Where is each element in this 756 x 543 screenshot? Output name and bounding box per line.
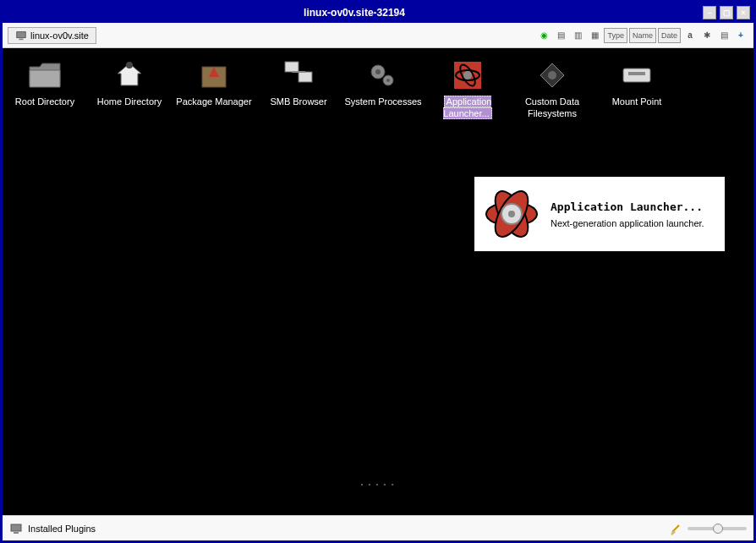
icon-package-manager[interactable]: Package Manager bbox=[172, 55, 256, 123]
svg-point-10 bbox=[386, 79, 390, 82]
icon-label: Application Launcher... bbox=[443, 96, 491, 119]
close-button[interactable]: × bbox=[737, 6, 750, 19]
computer-icon bbox=[15, 30, 27, 41]
package-icon bbox=[199, 60, 229, 90]
icon-label: Home Directory bbox=[90, 96, 168, 107]
tooltip-description: Next-generation application launcher. bbox=[551, 218, 704, 228]
atom-icon bbox=[452, 60, 483, 90]
diamond-icon bbox=[537, 60, 567, 90]
tooltip: Application Launcher... Next-generation … bbox=[473, 175, 726, 253]
icon-system-processes[interactable]: System Processes bbox=[341, 55, 425, 123]
icon-label: Package Manager bbox=[175, 96, 253, 107]
svg-point-14 bbox=[463, 71, 472, 80]
svg-point-2 bbox=[126, 62, 133, 69]
icon-label: Mount Point bbox=[598, 96, 676, 107]
zoom-slider[interactable] bbox=[688, 527, 747, 530]
status-label: Installed Plugins bbox=[28, 524, 96, 534]
date-sort-button[interactable]: Date bbox=[658, 28, 681, 43]
svg-rect-1 bbox=[19, 38, 23, 40]
folder-icon bbox=[28, 62, 62, 89]
icon-application-launcher[interactable]: Application Launcher... bbox=[425, 55, 510, 123]
icon-mount-point[interactable]: Mount Point bbox=[594, 55, 679, 123]
icon-label: Custom Data Filesystems bbox=[513, 96, 591, 120]
svg-rect-5 bbox=[299, 72, 312, 82]
doc3-icon[interactable]: ▦ bbox=[587, 28, 602, 43]
font-icon[interactable]: a bbox=[682, 28, 698, 43]
star-icon[interactable]: ✱ bbox=[699, 28, 715, 43]
svg-rect-17 bbox=[628, 72, 645, 75]
toolbar: linux-ov0v.site ◉ ▤ ▥ ▦ Type Name Date a… bbox=[3, 23, 753, 48]
gears-icon bbox=[366, 60, 400, 90]
network-icon bbox=[282, 60, 315, 90]
type-sort-button[interactable]: Type bbox=[604, 28, 627, 43]
tab-label: linux-ov0v.site bbox=[30, 30, 89, 41]
icon-label: SMB Browser bbox=[260, 96, 337, 107]
minimize-button[interactable]: – bbox=[703, 6, 716, 19]
maximize-button[interactable]: ▢ bbox=[720, 6, 733, 19]
svg-point-8 bbox=[375, 69, 381, 74]
svg-rect-24 bbox=[14, 532, 19, 534]
icon-custom-data-filesystems[interactable]: Custom Data Filesystems bbox=[510, 55, 594, 123]
desktop-view[interactable]: Root Directory Home Directory Package Ma… bbox=[3, 48, 753, 515]
tooltip-title: Application Launcher... bbox=[551, 200, 704, 213]
icon-root-directory[interactable]: Root Directory bbox=[3, 55, 87, 123]
titlebar: linux-ov0v.site-32194 – ▢ × bbox=[3, 3, 753, 23]
resize-handle[interactable]: • • • • • bbox=[361, 480, 396, 488]
name-sort-button[interactable]: Name bbox=[629, 28, 656, 43]
drive-icon bbox=[622, 63, 652, 87]
location-tab[interactable]: linux-ov0v.site bbox=[8, 27, 96, 44]
icon-label: System Processes bbox=[344, 96, 422, 107]
add-icon[interactable]: + bbox=[733, 28, 748, 43]
list-icon[interactable]: ▤ bbox=[716, 28, 731, 43]
slider-handle[interactable] bbox=[713, 524, 723, 534]
svg-rect-4 bbox=[285, 62, 299, 72]
icon-home-directory[interactable]: Home Directory bbox=[87, 55, 172, 123]
svg-point-15 bbox=[548, 71, 556, 80]
svg-rect-23 bbox=[11, 524, 21, 531]
svg-rect-0 bbox=[17, 31, 26, 37]
broom-icon[interactable] bbox=[669, 522, 682, 535]
home-icon bbox=[114, 60, 145, 90]
doc2-icon[interactable]: ▥ bbox=[570, 28, 585, 43]
monitor-icon bbox=[9, 522, 23, 535]
statusbar: Installed Plugins bbox=[3, 515, 753, 540]
window-title: linux-ov0v.site-32194 bbox=[6, 7, 703, 19]
atom-large-icon bbox=[481, 184, 542, 244]
doc-icon[interactable]: ▤ bbox=[553, 28, 568, 43]
icon-smb-browser[interactable]: SMB Browser bbox=[256, 55, 341, 123]
icon-label: Root Directory bbox=[6, 96, 84, 107]
svg-point-22 bbox=[508, 211, 515, 217]
globe-icon[interactable]: ◉ bbox=[536, 28, 551, 43]
